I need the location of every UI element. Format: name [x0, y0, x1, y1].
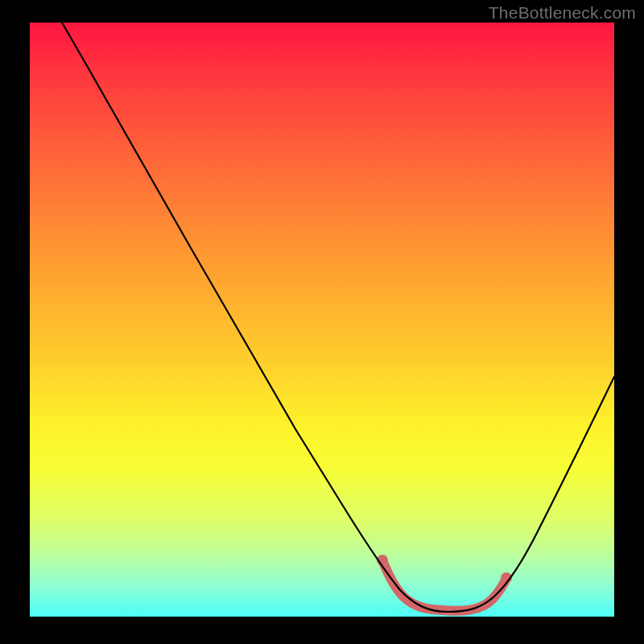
- chart-frame: TheBottleneck.com: [0, 0, 644, 644]
- gradient-plot-area: [30, 23, 614, 617]
- watermark-text: TheBottleneck.com: [489, 3, 636, 23]
- bottleneck-curve: [62, 23, 614, 612]
- highlight-segment: [382, 560, 506, 611]
- curve-layer: [30, 23, 614, 617]
